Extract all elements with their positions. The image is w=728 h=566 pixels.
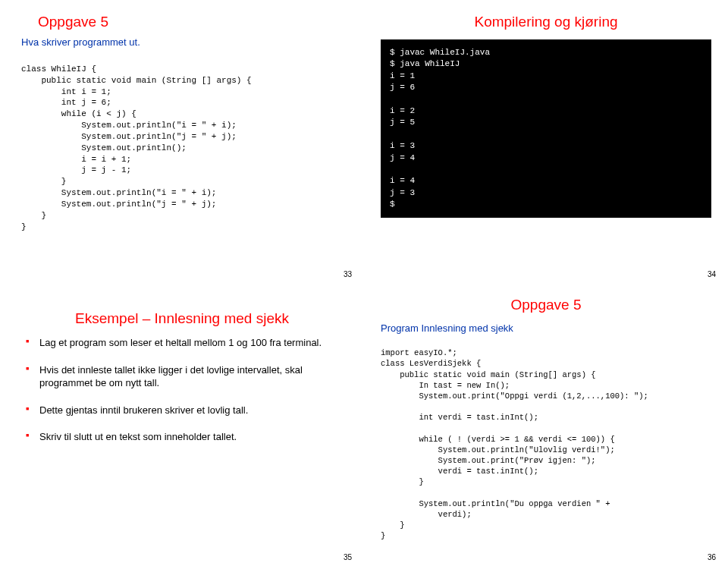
code-line: verdi = tast.inInt(); [381,467,538,476]
code-line: j = j - 1; [21,165,131,175]
code-line: int i = 1; [21,87,111,96]
code-line: System.out.println(); [21,143,187,153]
bullet-item: Dette gjentas inntil brukeren skriver et… [26,404,347,417]
code-line: System.out.println("i = " + i); [21,121,237,130]
slide-36: Oppgave 5 Program Innlesning med sjekk i… [364,283,728,566]
slide-subhead: Hva skriver programmet ut. [21,36,347,48]
slide-subhead: Program Innlesning med sjekk [381,322,711,334]
slide-title: Kompilering og kjøring [381,14,711,30]
code-line: int verdi = tast.inInt(); [381,413,538,422]
code-line: System.out.print("Oppgi verdi (1,2,...,1… [381,391,648,401]
code-line: } [381,520,405,530]
code-line: int j = 6; [21,98,111,107]
code-line: System.out.println("i = " + i); [21,188,216,197]
slide-33: Oppgave 5 Hva skriver programmet ut. cla… [0,0,364,283]
slide-35: Eksempel – Innlesning med sjekk Lag et p… [0,283,364,566]
code-line: } [21,222,27,231]
code-line: } [381,531,385,540]
bullet-item: Hvis det innleste tallet ikke ligger i d… [26,363,347,390]
code-line: System.out.println("Du oppga verdien " + [381,499,610,508]
page-number: 33 [344,270,352,278]
code-line: import easyIO.*; [381,348,457,357]
slide-title: Eksempel – Innlesning med sjekk [17,310,347,327]
code-block: class WhileIJ { public static void main … [21,52,347,233]
page-number: 35 [344,553,352,561]
bullet-item: Skriv til slutt ut en tekst som innehold… [26,430,347,444]
code-line: System.out.println("j = " + j); [21,132,237,141]
code-line: } [381,477,424,486]
code-line: System.out.print("Prøv igjen: "); [381,456,596,465]
code-line: System.out.println("Ulovlig verdi!"); [381,445,615,454]
slide-34: Kompilering og kjøring $ javac WhileIJ.j… [364,0,728,283]
code-line: while ( ! (verdi >= 1 && verdi <= 100)) … [381,435,615,444]
code-line: while (i < j) { [21,109,136,118]
slide-title: Oppgave 5 [38,14,347,30]
page-number: 34 [708,270,716,278]
code-line: class LesVerdiSjekk { [381,359,481,368]
code-line: public static void main (String[] args) … [381,370,596,379]
code-line: } [21,211,46,220]
bullet-list: Lag et program som leser et heltall mell… [26,336,347,444]
code-line: } [21,177,66,186]
page-number: 36 [708,553,716,561]
code-line: System.out.println("j = " + j); [21,200,216,209]
code-block: import easyIO.*; class LesVerdiSjekk { p… [381,337,711,541]
code-line: verdi); [381,510,472,519]
code-line: In tast = new In(); [381,381,510,390]
code-line: class WhileIJ { [21,64,96,74]
code-line: i = i + 1; [21,155,131,164]
bullet-item: Lag et program som leser et heltall mell… [26,336,347,350]
code-line: public static void main (String [] args)… [21,76,252,85]
terminal-output: $ javac WhileIJ.java $ java WhileIJ i = … [381,39,711,218]
slide-title: Oppgave 5 [381,297,711,313]
